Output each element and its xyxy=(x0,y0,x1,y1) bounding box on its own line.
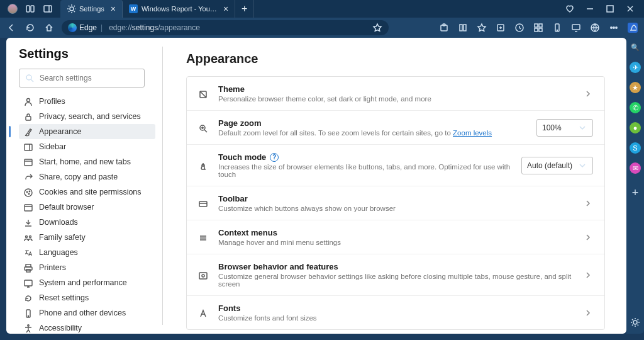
nav-label: Languages xyxy=(39,248,78,257)
tab-actions-icon[interactable] xyxy=(43,4,53,14)
sidebar-strip: 🔍✈★✆●S✉ + xyxy=(626,38,644,334)
sidebar-app-3[interactable]: ✆ xyxy=(630,102,641,113)
lang-icon xyxy=(23,247,33,258)
nav-item-privacy-search-and-services[interactable]: Privacy, search, and services xyxy=(19,109,155,124)
sidebar-add-button[interactable]: + xyxy=(632,186,639,200)
row-title: Context menus xyxy=(218,228,574,237)
nav-item-start-home-and-new-tabs[interactable]: Start, home, and new tabs xyxy=(19,154,155,169)
tab-settings[interactable]: Settings × xyxy=(60,0,123,18)
close-icon[interactable]: × xyxy=(223,4,228,13)
nav-item-default-browser[interactable]: Default browser xyxy=(19,200,155,215)
search-placeholder: Search settings xyxy=(40,74,92,82)
fonts-icon xyxy=(197,307,209,319)
row-description: Customize general browser behavior setti… xyxy=(218,273,574,288)
setting-row-fonts[interactable]: Fonts Customize fonts and font sizes xyxy=(187,295,604,329)
tab-windows-report[interactable]: W Windows Report - Your go-to sou × xyxy=(123,0,235,18)
nav-item-reset-settings[interactable]: Reset settings xyxy=(19,290,155,305)
chevron-right-icon xyxy=(583,198,593,208)
nav-item-family-safety[interactable]: Family safety xyxy=(19,230,155,245)
zoom-levels-link[interactable]: Zoom levels xyxy=(453,129,492,137)
extensions-icon[interactable] xyxy=(439,23,449,33)
nav-label: Sidebar xyxy=(39,142,66,151)
sidebar-app-4[interactable]: ● xyxy=(630,122,641,133)
window-icon xyxy=(23,157,33,167)
sidebar-app-2[interactable]: ★ xyxy=(630,82,641,93)
minimize-icon[interactable] xyxy=(585,4,595,14)
help-icon[interactable]: ? xyxy=(270,153,279,162)
home-icon[interactable] xyxy=(44,23,54,33)
setting-row-browser-behavior-and-features[interactable]: Browser behavior and features Customize … xyxy=(187,254,604,295)
nav-item-cookies-and-site-permissions[interactable]: Cookies and site permissions xyxy=(19,184,155,200)
close-window-icon[interactable] xyxy=(625,4,635,14)
nav-label: Phone and other devices xyxy=(39,309,126,317)
site-favicon: W xyxy=(129,4,138,13)
browser-icon xyxy=(23,202,33,212)
page-zoom-select[interactable]: 100% xyxy=(536,119,593,137)
sidebar-app-0[interactable]: 🔍 xyxy=(630,42,641,53)
setting-row-theme[interactable]: Theme Personalize browser theme color, s… xyxy=(187,77,604,110)
share-icon[interactable] xyxy=(590,23,600,33)
copilot-icon[interactable] xyxy=(628,23,638,33)
phone-icon xyxy=(23,308,33,318)
favorites-icon[interactable] xyxy=(477,23,487,33)
zoom-icon xyxy=(197,122,209,133)
download-icon xyxy=(23,217,33,227)
nav-item-system-and-performance[interactable]: System and performance xyxy=(19,275,155,290)
nav-item-languages[interactable]: Languages xyxy=(19,245,155,260)
back-icon[interactable] xyxy=(6,23,16,33)
touch-mode-select[interactable]: Auto (default) xyxy=(521,157,593,174)
screenshot-icon[interactable] xyxy=(571,23,581,33)
nav-item-share-copy-and-paste[interactable]: Share, copy and paste xyxy=(19,169,155,184)
nav-item-phone-and-other-devices[interactable]: Phone and other devices xyxy=(19,305,155,320)
collections-icon[interactable] xyxy=(496,23,506,33)
nav-item-appearance[interactable]: Appearance xyxy=(19,124,155,139)
behavior-icon xyxy=(197,269,209,281)
setting-row-touch-mode: Touch mode? Increases the size of browse… xyxy=(187,144,604,186)
setting-row-context-menus[interactable]: Context menus Manage hover and mini menu… xyxy=(187,220,604,254)
panel-icon xyxy=(23,142,33,152)
nav-item-downloads[interactable]: Downloads xyxy=(19,215,155,230)
send-to-device-icon[interactable] xyxy=(552,23,562,33)
sidebar-app-6[interactable]: ✉ xyxy=(630,162,641,174)
site-identity[interactable]: Edge | xyxy=(68,23,104,32)
row-description: Default zoom level for all sites. To see… xyxy=(218,129,528,137)
profile-avatar[interactable] xyxy=(8,4,18,14)
new-tab-button[interactable]: + xyxy=(235,0,254,18)
sidebar-app-5[interactable]: S xyxy=(630,142,641,154)
refresh-icon[interactable] xyxy=(25,23,35,33)
row-title: Theme xyxy=(218,84,574,94)
reset-icon xyxy=(23,293,33,303)
nav-item-accessibility[interactable]: Accessibility xyxy=(19,320,155,334)
printer-icon xyxy=(23,263,33,273)
nav-label: System and performance xyxy=(39,278,127,287)
chevron-down-icon xyxy=(577,123,587,133)
apps-icon[interactable] xyxy=(533,23,543,33)
maximize-icon[interactable] xyxy=(605,4,615,14)
nav-item-sidebar[interactable]: Sidebar xyxy=(19,139,155,154)
brush-icon xyxy=(23,127,33,137)
read-aloud-icon[interactable] xyxy=(458,23,468,33)
row-description: Manage hover and mini menu settings xyxy=(218,239,574,246)
history-icon[interactable] xyxy=(514,23,525,33)
more-icon[interactable] xyxy=(609,23,619,33)
nav-item-profiles[interactable]: Profiles xyxy=(19,94,155,109)
setting-row-toolbar[interactable]: Toolbar Customize which buttons always s… xyxy=(187,186,604,220)
nav-label: Cookies and site permissions xyxy=(39,188,142,196)
workspaces-icon[interactable] xyxy=(25,4,35,14)
close-icon[interactable]: × xyxy=(111,4,116,13)
chevron-right-icon xyxy=(583,308,593,318)
person-icon xyxy=(23,96,33,106)
row-description: Personalize browser theme color, set dar… xyxy=(218,95,574,103)
setting-row-page-zoom: Page zoom Default zoom level for all sit… xyxy=(187,110,604,144)
search-input[interactable]: Search settings xyxy=(19,69,145,88)
row-title: Touch mode? xyxy=(218,152,513,162)
settings-card: Theme Personalize browser theme color, s… xyxy=(186,76,605,330)
nav-item-printers[interactable]: Printers xyxy=(19,260,155,275)
sidebar-settings-icon[interactable] xyxy=(630,317,640,327)
favorite-star-icon[interactable] xyxy=(372,23,382,33)
address-bar[interactable]: Edge | edge://settings/appearance xyxy=(62,20,389,35)
page-title: Appearance xyxy=(186,52,605,66)
nav-label: Family safety xyxy=(39,233,86,242)
sidebar-app-1[interactable]: ✈ xyxy=(630,62,641,73)
wellness-icon[interactable] xyxy=(565,4,575,14)
